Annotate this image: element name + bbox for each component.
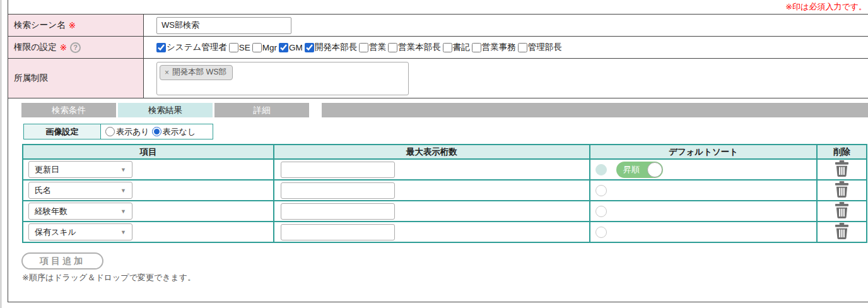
header-delete: 削除 <box>817 145 867 159</box>
checkbox-icon[interactable] <box>279 43 288 52</box>
radio-display-on[interactable]: 表示あり <box>105 126 150 138</box>
tab-search-results[interactable]: 検索結果 <box>118 103 213 117</box>
checkbox-icon[interactable] <box>156 43 166 52</box>
checkbox-icon[interactable] <box>359 43 368 52</box>
trash-icon <box>835 202 849 219</box>
max-digits-input[interactable] <box>281 162 395 178</box>
permissions-value-cell: システム管理者 SE Mgr GM 開発本部長 営業 営業本部長 書記 営業事務… <box>144 37 868 58</box>
max-digits-input[interactable] <box>281 224 395 240</box>
max-digits-input[interactable] <box>281 203 395 220</box>
radio-icon[interactable] <box>152 127 161 136</box>
sort-order-label: 昇順 <box>623 164 640 175</box>
scene-name-label: 検索シーン名 <box>14 20 66 31</box>
form-row-affiliation: 所属制限 × 開発本部 WS部 <box>8 59 868 98</box>
scene-name-label-cell: 検索シーン名 ※ <box>8 15 144 36</box>
permission-checkbox-se[interactable]: SE <box>229 43 250 52</box>
table-row: 更新日 ▼ 昇順 <box>23 159 867 180</box>
image-setting-label: 画像設定 <box>23 124 101 139</box>
sort-order-toggle[interactable]: 昇順 <box>616 162 663 178</box>
chevron-down-icon: ▼ <box>120 187 126 194</box>
header-default-sort: デフォルトソート <box>590 145 817 159</box>
checkbox-icon[interactable] <box>518 43 527 52</box>
tab-bar-filler <box>322 103 868 117</box>
tag-remove-icon[interactable]: × <box>165 68 169 77</box>
table-row: 経験年数 ▼ <box>23 201 867 222</box>
permission-checkbox-gm[interactable]: GM <box>279 43 303 52</box>
item-select[interactable]: 氏名 ▼ <box>28 182 132 199</box>
permission-checkbox-sales[interactable]: 営業 <box>359 42 386 53</box>
default-sort-radio[interactable] <box>595 164 607 175</box>
add-item-button[interactable]: 項目追加 <box>21 252 103 270</box>
scene-name-value-cell <box>144 15 868 36</box>
permission-checkbox-clerk[interactable]: 書記 <box>443 42 470 53</box>
affiliation-value-cell: × 開発本部 WS部 <box>144 59 868 98</box>
delete-row-button[interactable] <box>835 160 849 177</box>
trash-icon <box>835 160 849 177</box>
tab-details[interactable]: 詳細 <box>214 103 309 117</box>
permission-checkbox-sales-hq-chief[interactable]: 営業本部長 <box>388 42 441 53</box>
required-mark: ※ <box>60 42 67 52</box>
required-fields-note: ※印は必須入力です。 <box>785 1 867 13</box>
affiliation-tag: × 開発本部 WS部 <box>160 65 233 80</box>
header-max-digits: 最大表示桁数 <box>274 145 590 159</box>
permissions-label: 権限の設定 <box>14 42 57 53</box>
max-digits-input[interactable] <box>281 182 395 199</box>
table-row: 保有スキル ▼ <box>23 222 867 242</box>
chevron-down-icon: ▼ <box>120 208 126 215</box>
tab-bar: 検索条件 検索結果 詳細 <box>21 103 868 117</box>
permission-checkbox-system-admin[interactable]: システム管理者 <box>156 42 227 53</box>
checkbox-icon[interactable] <box>305 43 314 52</box>
form-row-permissions: 権限の設定 ※ ? システム管理者 SE Mgr GM 開発本部長 営業 営業本… <box>8 37 868 59</box>
checkbox-icon[interactable] <box>229 43 238 52</box>
default-sort-radio[interactable] <box>595 185 607 196</box>
checkbox-icon[interactable] <box>388 43 397 52</box>
checkbox-icon[interactable] <box>472 43 481 52</box>
delete-row-button[interactable] <box>835 202 849 219</box>
drag-drop-note: ※順序はドラッグ＆ドロップで変更できます。 <box>22 272 196 283</box>
toggle-knob <box>647 162 662 177</box>
main-panel: ※印は必須入力です。 検索シーン名 ※ 権限の設定 ※ ? システム管理者 SE… <box>8 0 868 302</box>
affiliation-label: 所属制限 <box>14 73 48 84</box>
radio-icon[interactable] <box>105 127 115 136</box>
permission-checkbox-admin-dept-chief[interactable]: 管理部長 <box>518 42 562 53</box>
result-items-table: 項目 最大表示桁数 デフォルトソート 削除 更新日 ▼ 昇順 <box>22 144 867 243</box>
radio-display-off[interactable]: 表示なし <box>152 126 196 138</box>
checkbox-icon[interactable] <box>252 43 262 52</box>
checkbox-icon[interactable] <box>443 43 452 52</box>
help-icon[interactable]: ? <box>70 42 81 53</box>
scene-settings-form: 検索シーン名 ※ 権限の設定 ※ ? システム管理者 SE Mgr GM 開発本… <box>8 14 868 98</box>
tab-search-conditions[interactable]: 検索条件 <box>21 103 116 117</box>
permission-checkbox-sales-office[interactable]: 営業事務 <box>472 42 516 53</box>
permission-checkbox-mgr[interactable]: Mgr <box>252 43 277 52</box>
item-select[interactable]: 経験年数 ▼ <box>28 203 132 220</box>
form-row-scene-name: 検索シーン名 ※ <box>8 15 868 37</box>
affiliation-label-cell: 所属制限 <box>8 59 144 98</box>
affiliation-tag-box[interactable]: × 開発本部 WS部 <box>156 62 409 95</box>
header-item: 項目 <box>23 145 274 159</box>
table-header-row: 項目 最大表示桁数 デフォルトソート 削除 <box>23 145 867 159</box>
item-select[interactable]: 保有スキル ▼ <box>28 223 132 240</box>
page-left-edge <box>1 0 1 308</box>
tag-label: 開発本部 WS部 <box>172 67 226 78</box>
chevron-down-icon: ▼ <box>120 167 126 173</box>
default-sort-radio[interactable] <box>595 227 607 238</box>
permission-checkbox-dev-hq-chief[interactable]: 開発本部長 <box>305 42 358 53</box>
scene-name-input[interactable] <box>156 17 291 34</box>
delete-row-button[interactable] <box>835 223 849 240</box>
trash-icon <box>835 181 849 198</box>
item-select[interactable]: 更新日 ▼ <box>28 161 132 178</box>
default-sort-radio[interactable] <box>595 206 607 217</box>
trash-icon <box>835 223 849 240</box>
chevron-down-icon: ▼ <box>120 229 126 235</box>
required-mark: ※ <box>69 20 76 30</box>
image-setting-row: 画像設定 表示あり 表示なし <box>23 124 213 139</box>
delete-row-button[interactable] <box>835 181 849 198</box>
table-row: 氏名 ▼ <box>23 180 867 201</box>
image-setting-options: 表示あり 表示なし <box>101 124 213 139</box>
permissions-label-cell: 権限の設定 ※ ? <box>8 37 144 58</box>
